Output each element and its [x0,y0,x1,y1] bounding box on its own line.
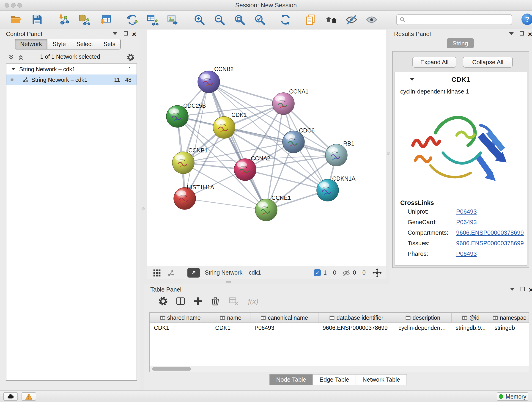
new-network-icon[interactable] [126,13,139,27]
panel-float-icon[interactable] [124,32,128,36]
import-network-icon[interactable] [57,13,71,27]
search-field[interactable] [396,14,512,25]
search-input[interactable] [408,17,509,23]
panel-float-icon[interactable] [520,287,525,291]
export-image-icon[interactable] [166,13,180,27]
network-node[interactable]: RB1 [325,140,355,166]
network-node[interactable]: CCNA1 [272,88,309,115]
zoom-out-icon[interactable] [213,13,226,27]
scrollbar-thumb[interactable] [152,367,191,370]
open-in-browser-button[interactable] [187,268,200,278]
import-table-icon[interactable] [99,13,112,27]
hide-annotations-icon[interactable] [345,13,358,27]
table-row[interactable]: CDK1CDK1P064939606.ENSP00000378699cyclin… [150,323,529,333]
network-node[interactable]: CCNB2 [198,66,234,93]
table-settings-gear-icon[interactable] [157,295,170,307]
network-node[interactable]: CCNB1 [172,147,208,174]
panel-close-icon[interactable]: × [132,32,136,36]
crosslink-label: Pharos: [408,250,428,257]
network-node[interactable]: CDK1 [213,112,247,138]
network-row[interactable]: String Network – cdk1 11 48 [6,75,137,85]
tab-edge-table[interactable]: Edge Table [313,374,356,385]
crosslink-link[interactable]: P06493 [456,250,477,257]
add-column-icon[interactable] [191,295,204,307]
column-header[interactable]: namespac [490,313,529,323]
tab-network-table[interactable]: Network Table [355,374,407,385]
string-tab-badge[interactable]: String [447,38,474,48]
column-header[interactable]: @id [452,313,491,323]
expand-all-button[interactable]: Expand All [412,57,456,68]
refresh-network-icon[interactable] [279,13,292,27]
column-header[interactable]: name [211,313,250,323]
save-session-icon[interactable] [30,13,44,27]
crosslink-link[interactable]: 9606.ENSP00000378699 [456,229,524,236]
string-network-graph[interactable]: CCNB2CCNA1CDC25BCDK1CDC6RB1CCNB1CCNA2CDK… [147,30,386,266]
table-horizontal-scrollbar[interactable] [150,366,529,372]
table-cell[interactable]: stringdb [490,323,529,333]
panel-collapse-icon[interactable] [509,32,514,35]
node-name: CDK1 [395,76,527,83]
help-icon[interactable]: ? [521,13,532,25]
panel-collapse-icon[interactable] [510,288,515,291]
table-cell[interactable]: cyclin-dependent ... [394,323,451,333]
table-cell[interactable]: CDK1 [150,323,211,333]
network-view-canvas[interactable]: CCNB2CCNA1CDC25BCDK1CDC6RB1CCNB1CCNA2CDK… [147,30,386,266]
crosslink-link[interactable]: 9606.ENSP00000378699 [456,240,524,247]
pan-crosshair-icon[interactable] [373,268,382,277]
column-sort-icon [160,315,165,320]
network-edge[interactable] [209,82,266,210]
panel-close-icon[interactable]: × [529,287,532,292]
function-builder-icon: f(x) [243,295,264,307]
tab-style[interactable]: Style [47,39,71,50]
zoom-fit-icon[interactable] [233,13,247,27]
network-collection-row[interactable]: String Network – cdk1 1 [6,64,137,75]
horizontal-splitter-handle[interactable] [226,281,231,283]
cloud-status-button[interactable] [3,392,18,401]
collapse-all-button[interactable]: Collapse All [463,57,513,68]
column-header[interactable]: shared name [150,313,211,323]
selected-nodes-checkbox-icon[interactable] [314,269,321,276]
column-header[interactable]: canonical name [250,313,318,323]
network-edge[interactable] [209,82,283,104]
table-cell[interactable]: P06493 [250,323,318,333]
show-annotations-icon[interactable] [365,13,379,27]
grid-view-icon[interactable] [153,269,161,277]
tab-sets[interactable]: Sets [98,39,121,50]
column-header-label: namespac [500,314,526,321]
node-details-card: CDK1 cyclin-dependent kinase 1 [394,72,527,266]
crosslink-link[interactable]: P06493 [456,208,477,215]
show-columns-icon[interactable] [174,295,187,307]
panel-float-icon[interactable] [520,32,524,36]
column-header[interactable]: database identifier [318,313,394,323]
import-network-from-database-icon[interactable] [77,13,91,27]
panel-close-icon[interactable]: × [528,32,532,36]
zoom-in-icon[interactable] [192,13,206,27]
toolbar-separator [297,13,298,26]
warnings-button[interactable] [22,392,36,401]
network-edge[interactable] [185,198,266,210]
network-node[interactable]: HIST1H1A [174,184,214,210]
network-from-table-icon[interactable] [146,13,159,27]
tab-select[interactable]: Select [71,39,98,50]
crosslink-link[interactable]: P06493 [456,219,477,226]
memory-button[interactable]: Memory [497,392,528,401]
duplicate-document-icon[interactable] [304,13,317,27]
gear-icon[interactable] [127,53,135,61]
network-edge[interactable] [185,82,209,198]
tree-expander-icon[interactable] [12,68,15,70]
tab-node-table[interactable]: Node Table [269,374,313,385]
table-cell[interactable]: CDK1 [211,323,250,333]
open-session-icon[interactable] [9,13,23,27]
delete-column-trash-icon[interactable] [209,295,222,307]
tab-network[interactable]: Network [15,39,47,50]
panel-collapse-icon[interactable] [113,32,117,35]
table-cell[interactable]: stringdb:9... [452,323,491,333]
zoom-selected-icon[interactable] [253,13,267,27]
warning-icon [25,393,33,400]
column-header[interactable]: description [394,313,451,323]
home-icon[interactable] [324,13,338,27]
table-cell[interactable]: 9606.ENSP00000378699 [318,323,394,333]
vertical-splitter-handle[interactable] [142,207,145,211]
network-edge[interactable] [224,128,336,155]
network-overview-icon[interactable] [167,269,175,277]
